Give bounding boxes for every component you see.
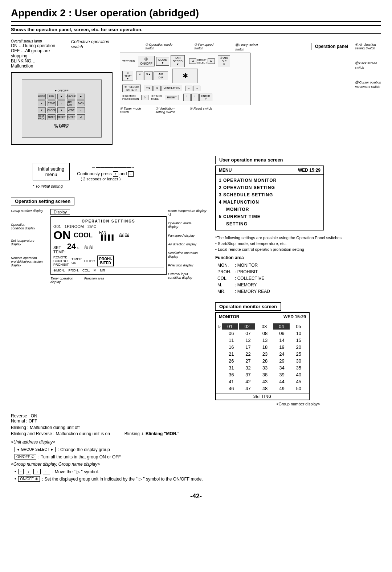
timer-label: TIMERON <box>72 257 82 265</box>
c21: 21 <box>223 351 239 357</box>
op-footer: ⊕MON. PROH. COL. M MR <box>53 267 164 272</box>
initial-instruction: ←————————→ <box>91 165 135 170</box>
initial-menu-box: Initial settingmenu <box>33 163 70 180</box>
func-m-desc: : MEMORY <box>233 282 271 288</box>
to-initial-note: * To initial setting <box>33 184 70 188</box>
right-annotations: *The following settings are possible usi… <box>215 236 381 252</box>
func-mr-desc: : MEMORY READ <box>233 289 271 294</box>
c44: 44 <box>274 379 290 385</box>
c28: 28 <box>257 358 273 364</box>
c35: 35 <box>291 365 307 371</box>
c36: 36 <box>223 372 239 378</box>
monitor-time: WED 15:29 <box>283 314 306 319</box>
c22: 22 <box>240 351 256 357</box>
label-filter: Filter sign display <box>168 263 208 267</box>
c09: 09 <box>274 330 290 336</box>
c19: 19 <box>274 344 290 350</box>
func-m-abbr: M. <box>216 282 233 288</box>
blinking-note: Blinking : Malfunction during unit off <box>11 425 381 430</box>
c26: 26 <box>223 358 239 364</box>
initial-time-note: ( 2 seconds or longer ) <box>81 177 135 181</box>
label-timer: Timer operationdisplay <box>50 277 73 284</box>
c42: 42 <box>240 379 256 385</box>
label-group-num: Group number display <box>11 209 49 213</box>
initial-menu-label: Initial settingmenu <box>38 166 64 177</box>
right-btn[interactable]: → <box>33 469 41 474</box>
func-mon-desc: : MONITOR <box>233 262 271 268</box>
controller-illustration: ● ON/OFF MODE FAN ◄ GROUP ► ▼ TEMP ↑ AIR… <box>11 72 113 145</box>
c50: 50 <box>291 385 307 392</box>
monitor-cell-05: 05 <box>290 323 307 330</box>
monitor-screen-label: Operation monitor screen <box>215 302 281 311</box>
c48: 48 <box>257 385 273 392</box>
unit-address-label: <Unit address display> <box>11 440 381 445</box>
c47: 47 <box>240 385 256 392</box>
blinking-reverse: Blinking and Reverse : Malfunction durin… <box>11 431 110 436</box>
room-name: 1F1ROOM <box>65 224 84 229</box>
down-btn[interactable]: ↓ <box>26 469 31 474</box>
func-mr-abbr: MR. <box>216 289 233 294</box>
status-blinking: BLINKING…Malfunction <box>11 58 57 69</box>
switch-label-back: ⑫ Back screenswitch <box>355 61 381 69</box>
bullet-move: • ↑ ↓ → ← : Move the " ▷ " symbol. <box>15 469 381 474</box>
set-temp-val: 24 <box>67 242 76 251</box>
c39: 39 <box>274 372 290 378</box>
menu-item-4: 4 MALFUNCTION <box>219 199 320 206</box>
bullet2: • Local remote control operation prohibi… <box>215 247 381 252</box>
menu-screen: MENU WED 15:29 1 OPERATION MONITOR 2 OPE… <box>215 166 324 230</box>
monitor-cell-02: 02 <box>239 323 255 330</box>
function-table: MON.: MONITOR PROH.: PROHIBIT COL.: COLL… <box>215 262 272 295</box>
left-btn[interactable]: ← <box>43 469 50 474</box>
label-remote: Remote operationprohibition/permissiondi… <box>11 256 49 267</box>
switch-label-cursor: ⑬ Cursor positionmovement switch <box>355 80 381 89</box>
function-area: Function area MON.: MONITOR PROH.: PROHI… <box>215 255 381 295</box>
c10: 10 <box>291 330 307 336</box>
fan-label: FAN <box>99 230 114 234</box>
onoff-btn-2[interactable]: ON/OFF ① <box>18 476 40 482</box>
menu-item-1: 1 OPERATION MONITOR <box>219 177 320 184</box>
monitor-footer: SETTING <box>216 393 309 400</box>
label-room-temp: Room temperature display *1 <box>168 209 208 216</box>
label-op-mode: Operation modedisplay <box>168 221 208 229</box>
menu-items-list: 1 OPERATION MONITOR 2 OPERATION SETTING … <box>216 175 323 230</box>
bullet-list-2: • ↑ ↓ → ← : Move the " ▷ " symbol. • ON/… <box>15 469 381 482</box>
c33: 33 <box>257 365 273 371</box>
c06: 06 <box>223 330 239 336</box>
switch-label-10: ⑩ Reset switch <box>189 107 212 114</box>
up-btn[interactable]: ↑ <box>18 469 24 474</box>
switch-label-2: ② Operation modeswitch <box>145 43 172 51</box>
room-temp: 25°C <box>87 224 97 229</box>
op-mode: COOL <box>74 232 93 239</box>
func-col-abbr: COL. <box>216 275 233 281</box>
c24: 24 <box>274 351 290 357</box>
menu-time: WED 15:29 <box>298 168 320 173</box>
collective-switch-label: Collective operation switch <box>71 39 113 49</box>
c31: 31 <box>223 365 239 371</box>
note1: *The following settings are possible usi… <box>215 236 381 240</box>
bullet-set-mode: • ON/OFF ① : Set the displayed group uni… <box>15 476 381 482</box>
set-temp-c: c <box>77 245 79 250</box>
c23: 23 <box>257 351 273 357</box>
group-note: <Group number display> <box>215 402 381 406</box>
cursor-arrow: ▷ <box>218 324 221 328</box>
status-lamp-label: Overall status lamp <box>11 39 57 43</box>
onoff-btn[interactable]: ON/OFF ① <box>15 454 36 459</box>
switch-label-dir: ⑥ Air directionsetting Switch <box>355 43 381 50</box>
group-select-btn[interactable]: ◄ GROUP SELECT ► <box>15 447 56 452</box>
func-proh-desc: : PROHIBIT <box>233 269 271 275</box>
c07: 07 <box>240 330 256 336</box>
label-set-temp: Set temperaturedisplay <box>11 239 49 246</box>
c20: 20 <box>291 344 307 350</box>
monitor-cell-04: 04 <box>273 323 290 330</box>
bullet-onoff: ON/OFF ① : Turn all the units in that gr… <box>15 454 381 459</box>
switch-label-9: ⑨ Timer modeswitch <box>120 107 141 114</box>
menu-item-3: 3 SCHEDULE SETTING <box>219 191 320 199</box>
func-col-desc: : COLLECTIVE <box>233 275 271 281</box>
op-panel-label: Operation panel <box>311 43 352 50</box>
wind-display: ≋≋ <box>84 244 93 250</box>
c13: 13 <box>257 337 273 343</box>
c14: 14 <box>274 337 290 343</box>
c34: 34 <box>274 365 290 371</box>
prohi-box: PROHI-BITED <box>97 256 114 266</box>
display-label: Display <box>50 209 70 215</box>
